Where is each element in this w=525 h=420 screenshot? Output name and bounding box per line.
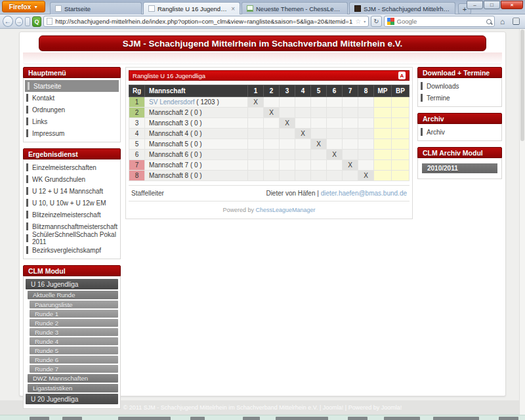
item-marker-icon (26, 222, 28, 230)
staffelleiter-label: Staffelleiter (131, 190, 164, 197)
result-cell (358, 139, 374, 150)
clm-nav-button[interactable]: Paarungsliste (30, 301, 118, 308)
reload-button[interactable]: ↻ (371, 16, 381, 27)
sidebar-item[interactable]: U 10, U 10w + U 12w EM (24, 197, 120, 209)
staffelleiter-email-link[interactable]: dieter.haefen@bmas.bund.de (321, 190, 407, 197)
clm-nav-button[interactable]: Runde 2 (30, 319, 118, 327)
taskbar-icon-sliver (348, 417, 368, 420)
maximize-button[interactable]: □ (484, 1, 500, 9)
taskbar-edge (0, 415, 525, 420)
back-button[interactable]: ← (3, 16, 13, 27)
url-bar[interactable]: http://schachjugend-mittelrhein.de/index… (43, 16, 369, 27)
close-button[interactable]: × (501, 1, 523, 9)
chessleaguemanager-link[interactable]: ChessLeagueManager (256, 207, 316, 213)
clm-nav-button[interactable]: U 16 Jugendliga (26, 279, 118, 289)
result-cell (295, 150, 311, 160)
banner-divider (23, 52, 502, 64)
result-cell (280, 139, 295, 150)
sidebar-item[interactable]: Ordnungen (24, 104, 120, 116)
sidebar-item-label: Termine (427, 94, 450, 102)
sidebar-item[interactable]: Downloads (418, 80, 501, 92)
sidebar-item[interactable]: Einzelmeisterschaften (24, 161, 120, 173)
browser-tab[interactable]: Startseite (50, 2, 142, 14)
sidebar-item[interactable]: U 12 + U 14 Mannschaft (24, 185, 120, 197)
tab-favicon-icon (354, 5, 361, 12)
clm-list: U 16 JugendligaAktuelle RundePaarungslis… (23, 276, 121, 409)
clm-nav-button[interactable]: DWZ Mannschaften (28, 374, 118, 383)
clm-nav-button[interactable]: Runde 7 (30, 365, 118, 373)
result-cell (327, 118, 343, 129)
mp-cell (374, 108, 392, 118)
history-dropdown-button[interactable] (25, 17, 30, 26)
archiv-season-button[interactable]: 2010/2011 (422, 163, 497, 173)
result-cell (358, 160, 374, 171)
module-download-termine: Download + Termine DownloadsTermine (417, 67, 502, 107)
bookmark-star-icon[interactable]: ☆ (355, 18, 361, 25)
sidebar-item-label: Blitzeinzelmeisterschaft (32, 211, 100, 219)
result-cell (343, 108, 358, 118)
rank-cell: 4 (129, 129, 145, 139)
tab-close-icon[interactable]: × (231, 5, 235, 12)
clm-nav-button[interactable]: Runde 4 (30, 337, 118, 345)
sidebar-item-label: Ordnungen (32, 106, 65, 114)
sidebar-item[interactable]: SchülerSchnellSchach Pokal 2011 (24, 232, 120, 244)
staffelleiter-contact: Dieter von Häfen | dieter.haefen@bmas.bu… (266, 190, 407, 197)
result-cell (358, 150, 374, 160)
rangliste-box: Rangliste U 16 Jugendliga A RgMannschaft… (125, 67, 413, 219)
clm-nav-button[interactable]: Runde 3 (30, 328, 118, 336)
scrollbar-thumb[interactable] (520, 30, 524, 141)
firefox-menu-button[interactable]: Firefox ▼ (2, 1, 45, 12)
chevron-down-icon: ▼ (33, 5, 38, 9)
search-bar[interactable] (384, 16, 495, 27)
team-name: Mannschaft 5 (149, 140, 190, 148)
home-button[interactable]: ⌂ (497, 16, 509, 27)
sidebar-item[interactable]: Kontakt (24, 92, 120, 104)
clm-nav-button[interactable]: Runde 6 (30, 356, 118, 364)
url-text[interactable]: http://schachjugend-mittelrhein.de/index… (55, 18, 352, 25)
clm-nav-button[interactable]: Aktuelle Runde (28, 291, 118, 299)
team-cell: Mannschaft 2 ( 0 ) (145, 108, 248, 118)
browser-tab[interactable]: Rangliste U 16 Jugendliga× (143, 2, 240, 14)
taskbar-icon-sliver (62, 417, 82, 420)
table-row: 8Mannschaft 8 ( 0 )X (129, 171, 410, 181)
team-rating: ( 0 ) (190, 140, 202, 148)
sidebar-item[interactable]: Bezirksvergleichskampf (24, 244, 120, 256)
sidebar-item[interactable]: Links (24, 116, 120, 127)
sidebar-item[interactable]: Termine (418, 92, 501, 104)
browser-tab[interactable]: SJM - Schachjugend Mittelrhein im S... (349, 2, 455, 14)
sidebar-item[interactable]: Impressum (24, 127, 120, 139)
pdf-icon[interactable]: A (398, 72, 406, 79)
module-clm: CLM Modul U 16 JugendligaAktuelle RundeP… (23, 265, 121, 409)
team-link[interactable]: SV Lendersdorf (149, 98, 196, 106)
forward-button[interactable]: → (15, 17, 24, 26)
clm-nav-button[interactable]: Runde 1 (30, 310, 118, 318)
result-cell (264, 129, 280, 139)
module-clm-archiv: CLM Archiv Modul 2010/2011 (417, 147, 502, 179)
search-icon[interactable] (486, 19, 492, 24)
site-title-banner: SJM - Schachjugend Mittelrhein im Schach… (39, 35, 486, 51)
sidebar-item-label: Blitzmannschaftmeisterschaft (32, 223, 117, 230)
sidebar-item[interactable]: Archiv (418, 126, 501, 138)
result-cell (248, 160, 264, 171)
item-marker-icon (421, 82, 423, 90)
sidebar-item[interactable]: Blitzeinzelmeisterschaft (24, 209, 120, 220)
sidebar-item-label: SchülerSchnellSchach Pokal 2011 (32, 231, 117, 245)
result-cell (343, 150, 358, 160)
bp-cell (392, 129, 410, 139)
search-input[interactable] (397, 18, 484, 25)
team-cell: Mannschaft 7 ( 0 ) (145, 160, 248, 171)
sidebar-item[interactable]: Startseite (25, 80, 119, 92)
sidebar-item[interactable]: WK Grundschulen (24, 173, 120, 185)
clm-nav-button[interactable]: U 20 Jugendliga (26, 394, 118, 404)
browser-tab[interactable]: Neueste Themen - ChessLeagueMan... (242, 2, 348, 14)
scrollbar[interactable] (519, 29, 525, 415)
result-cell (264, 118, 280, 129)
url-dropdown-icon[interactable]: ▾ (364, 19, 366, 24)
item-marker-icon (26, 129, 28, 137)
minimize-button[interactable]: – (467, 1, 483, 9)
table-row: 4Mannschaft 4 ( 0 )X (129, 129, 410, 139)
addon-icon[interactable]: Q (32, 16, 42, 27)
clm-nav-button[interactable]: Ligastatistiken (28, 384, 118, 392)
clm-nav-button[interactable]: Runde 5 (30, 346, 118, 354)
bookmarks-menu-button[interactable] (511, 16, 522, 27)
